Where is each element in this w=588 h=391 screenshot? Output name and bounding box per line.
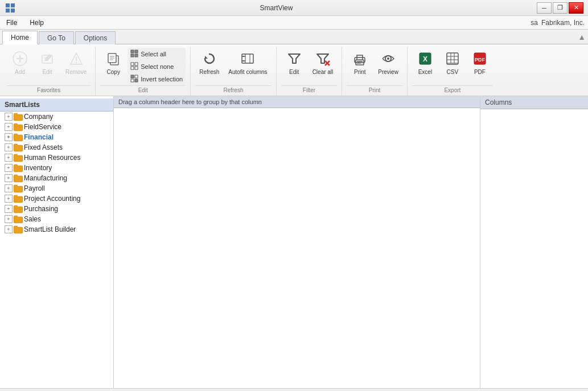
sidebar-header: SmartLists [0, 98, 113, 112]
refresh-button[interactable]: Refresh [195, 48, 223, 77]
expand-projectaccounting[interactable]: + [5, 195, 13, 203]
sidebar-item-smartlistbuilder[interactable]: + SmartList Builder [0, 224, 113, 234]
expand-sales[interactable]: + [5, 215, 13, 223]
filter-buttons: Edit Clear all [281, 47, 338, 85]
menu-file[interactable]: File [0, 17, 23, 28]
filter-edit-button[interactable]: Edit [281, 48, 307, 77]
content-main [114, 108, 480, 388]
tab-scroll[interactable]: ▲ [578, 32, 586, 44]
minimize-button[interactable]: ─ [537, 2, 552, 14]
excel-button[interactable]: X Excel [412, 48, 438, 77]
expand-financial[interactable]: + [5, 133, 13, 141]
svg-rect-44 [357, 61, 363, 62]
svg-rect-45 [357, 63, 361, 64]
ribbon: Add Edit [0, 44, 588, 96]
sidebar-item-humanresources[interactable]: + Human Resources [0, 153, 113, 163]
export-buttons: X Excel CSV [412, 47, 493, 85]
sidebar-item-fixedassets[interactable]: + Fixed Assets [0, 142, 113, 153]
add-button[interactable]: Add [7, 48, 33, 77]
select-all-button[interactable]: Select all [128, 48, 186, 60]
svg-rect-28 [131, 79, 134, 82]
tab-goto[interactable]: Go To [39, 31, 74, 44]
filter-edit-icon [285, 50, 303, 68]
folder-icon-inventory [14, 164, 23, 172]
svg-rect-31 [242, 54, 253, 63]
expand-humanresources[interactable]: + [5, 154, 13, 162]
edit-button[interactable]: Edit [34, 48, 60, 77]
print-button[interactable]: Print [347, 48, 373, 77]
tab-home[interactable]: Home [2, 31, 38, 44]
expand-inventory[interactable]: + [5, 164, 13, 172]
excel-icon: X [416, 50, 434, 68]
copy-button[interactable]: Copy [100, 48, 126, 77]
print-icon [351, 50, 369, 68]
expand-smartlistbuilder[interactable]: + [5, 225, 13, 233]
edit-label: Edit [100, 85, 186, 96]
svg-marker-30 [205, 56, 208, 59]
sidebar-item-payroll[interactable]: + Payroll [0, 183, 113, 194]
folder-icon-purchasing [14, 205, 23, 213]
restore-button[interactable]: ❐ [553, 2, 568, 14]
svg-point-47 [387, 57, 389, 60]
svg-point-12 [76, 62, 77, 63]
user-area: sa Fabrikam, Inc. [531, 19, 588, 27]
favorites-buttons: Add Edit [7, 47, 91, 85]
svg-rect-2 [6, 9, 10, 13]
expand-fieldservice[interactable]: + [5, 123, 13, 131]
folder-icon-manufacturing [14, 174, 23, 182]
csv-button[interactable]: CSV [439, 48, 466, 77]
clear-all-button[interactable]: Clear all [309, 48, 338, 77]
folder-icon-projectaccounting [14, 195, 23, 203]
company-name: Fabrikam, Inc. [541, 19, 585, 27]
content-area: Drag a column header here to group by th… [114, 96, 480, 388]
svg-rect-21 [135, 54, 138, 57]
main-area: SmartLists + Company + FieldService + Fi… [0, 96, 588, 388]
expand-purchasing[interactable]: + [5, 205, 13, 213]
svg-rect-26 [131, 75, 134, 78]
svg-rect-27 [135, 75, 138, 78]
edit-small-buttons: Select all Select none [128, 48, 186, 85]
close-button[interactable]: ✕ [569, 2, 583, 14]
edit-icon [38, 50, 56, 68]
add-icon [11, 50, 29, 68]
select-none-icon [130, 62, 138, 71]
expand-fixedassets[interactable]: + [5, 143, 13, 151]
sidebar-item-manufacturing[interactable]: + Manufacturing [0, 173, 113, 183]
refresh-buttons: Refresh Autofit columns [195, 47, 271, 85]
print-label: Print [347, 85, 402, 96]
svg-rect-22 [131, 63, 134, 65]
folder-icon-financial [14, 133, 23, 141]
menu-help[interactable]: Help [23, 17, 50, 28]
copy-icon [104, 50, 122, 68]
autofit-button[interactable]: Autofit columns [224, 48, 271, 77]
expand-payroll[interactable]: + [5, 184, 13, 192]
sidebar-item-company[interactable]: + Company [0, 112, 113, 122]
sidebar-item-purchasing[interactable]: + Purchasing [0, 204, 113, 214]
invert-icon [130, 75, 138, 84]
print-buttons: Print Preview [347, 47, 402, 85]
folder-icon-sales [14, 215, 23, 223]
sidebar-item-sales[interactable]: + Sales [0, 214, 113, 224]
invert-selection-button[interactable]: Invert selection [128, 73, 186, 85]
svg-rect-19 [135, 50, 138, 53]
svg-text:PDF: PDF [475, 57, 486, 63]
sidebar-item-projectaccounting[interactable]: + Project Accounting [0, 194, 113, 204]
pdf-button[interactable]: PDF PDF [467, 48, 493, 77]
expand-manufacturing[interactable]: + [5, 174, 13, 182]
tab-options[interactable]: Options [75, 31, 116, 44]
sidebar-item-fieldservice[interactable]: + FieldService [0, 122, 113, 132]
columns-panel: Columns [480, 96, 588, 388]
sidebar-item-financial[interactable]: + Financial [0, 132, 113, 142]
svg-rect-23 [135, 63, 138, 65]
svg-rect-1 [11, 3, 15, 7]
expand-company[interactable]: + [5, 113, 13, 121]
select-none-button[interactable]: Select none [128, 60, 186, 73]
ribbon-group-edit: Copy Select all [96, 47, 191, 96]
folder-icon-humanresources [14, 154, 23, 162]
title-bar: SmartView ─ ❐ ✕ [0, 0, 588, 16]
sidebar-item-inventory[interactable]: + Inventory [0, 163, 113, 173]
svg-rect-50 [447, 53, 458, 64]
ribbon-group-print: Print Preview Print [342, 47, 408, 96]
remove-button[interactable]: Remove [61, 48, 91, 77]
preview-button[interactable]: Preview [374, 48, 402, 77]
